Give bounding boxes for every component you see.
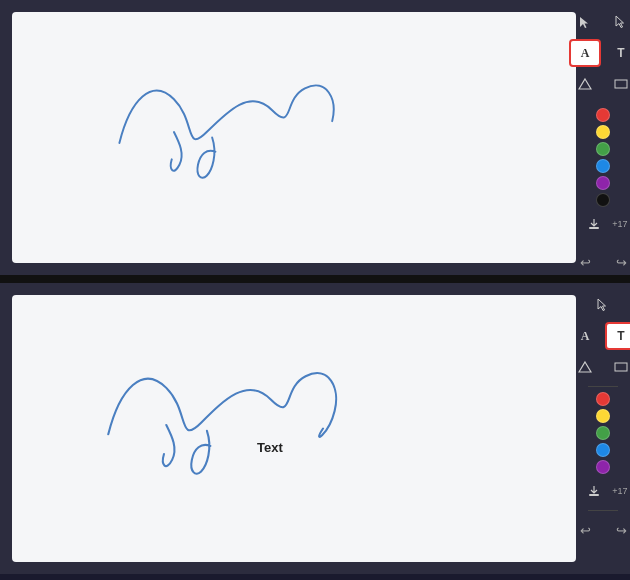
shape-tool-btn-top[interactable] [569,70,601,98]
share-btn-top[interactable] [578,210,610,238]
svg-rect-8 [589,494,599,496]
svg-rect-3 [615,80,627,88]
text-element-bottom: Text [257,440,283,455]
color-purple-top[interactable] [596,176,610,190]
svg-marker-0 [580,17,588,28]
top-canvas [12,12,576,263]
text-tool-btn-bottom[interactable]: T [605,322,630,350]
color-palette-bottom [596,392,610,474]
select-tool-btn-top[interactable] [569,8,601,36]
cursor-tool-btn-bottom[interactable] [587,291,619,319]
more-colors-label-top[interactable]: +17 [612,219,627,229]
top-drawing [12,12,576,263]
color-black-top[interactable] [596,193,610,207]
color-blue-top[interactable] [596,159,610,173]
svg-marker-1 [616,16,624,28]
undo-btn-top[interactable]: ↩ [569,248,601,276]
color-blue-bottom[interactable] [596,443,610,457]
svg-rect-7 [615,363,627,371]
svg-marker-5 [598,299,606,311]
bottom-canvas: Text [12,295,576,562]
top-panel: A T [0,0,630,275]
bottom-panel: Text A T [0,279,630,574]
color-green-bottom[interactable] [596,426,610,440]
color-palette-top [596,108,610,207]
color-red-bottom[interactable] [596,392,610,406]
svg-marker-2 [579,79,591,89]
color-yellow-top[interactable] [596,125,610,139]
pen-tool-btn-top[interactable]: A [569,39,601,67]
bottom-drawing [12,295,576,562]
color-yellow-bottom[interactable] [596,409,610,423]
cursor-tool-btn-top[interactable] [605,8,630,36]
text-tool-btn-top[interactable]: T [605,39,630,67]
redo-btn-top[interactable]: ↪ [605,248,630,276]
color-purple-bottom[interactable] [596,460,610,474]
undo-btn-bottom[interactable]: ↩ [569,516,601,544]
pen-tool-btn-bottom[interactable]: A [569,322,601,350]
svg-rect-4 [589,227,599,229]
more-colors-label-bottom[interactable]: +17 [612,486,627,496]
redo-btn-bottom[interactable]: ↪ [605,516,630,544]
color-red-top[interactable] [596,108,610,122]
image-tool-btn-top[interactable] [605,70,630,98]
color-green-top[interactable] [596,142,610,156]
shape-tool-btn-bottom[interactable] [569,353,601,381]
top-toolbar: A T [576,0,630,275]
image-tool-btn-bottom[interactable] [605,353,630,381]
bottom-toolbar: A T +17 [576,283,630,574]
share-btn-bottom[interactable] [578,477,610,505]
svg-marker-6 [579,362,591,372]
